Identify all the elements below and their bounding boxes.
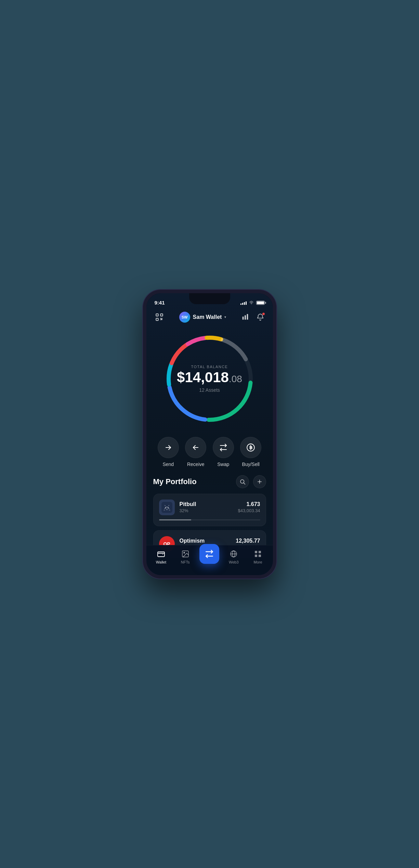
pitbull-percent: 32% [180, 508, 233, 513]
status-icons [240, 301, 265, 305]
send-label: Send [162, 462, 174, 467]
nav-web3[interactable]: Web3 [222, 549, 246, 564]
wallet-nav-icon [157, 549, 166, 558]
svg-rect-1 [160, 314, 163, 316]
pitbull-info: Pitbull 32% [180, 501, 233, 513]
chevron-down-icon: ▾ [224, 315, 226, 319]
portfolio-title: My Portfolio [153, 477, 197, 486]
optimism-name: Optimism [180, 538, 231, 544]
scan-icon [155, 313, 164, 322]
phone-notch [189, 293, 230, 304]
nfts-nav-label: NFTs [181, 560, 190, 564]
send-button[interactable] [158, 437, 179, 458]
battery-icon [256, 301, 265, 305]
portfolio-header-actions [236, 475, 266, 488]
swap-icon [219, 443, 227, 452]
scroll-content[interactable]: SW Sam Wallet ▾ [146, 308, 273, 560]
svg-rect-0 [156, 314, 158, 316]
bar-chart-icon [241, 313, 249, 321]
portfolio-search-button[interactable] [236, 475, 249, 488]
notifications-button[interactable] [255, 312, 266, 323]
balance-ring: TOTAL BALANCE $14,018.08 12 Assets [162, 331, 258, 427]
avatar: SW [179, 312, 190, 323]
buysell-icon [246, 443, 255, 452]
status-time: 9:41 [155, 300, 165, 306]
balance-whole: $14,018 [177, 369, 229, 385]
svg-rect-3 [243, 316, 244, 320]
svg-rect-27 [158, 552, 165, 557]
search-icon [239, 479, 246, 485]
app-header: SW Sam Wallet ▾ [146, 308, 273, 327]
asset-card-pitbull[interactable]: Pitbull 32% 1.673 $43,003.34 [153, 494, 266, 526]
header-actions [240, 312, 266, 323]
svg-point-17 [240, 480, 244, 483]
svg-line-18 [244, 483, 245, 484]
balance-display: TOTAL BALANCE $14,018.08 12 Assets [177, 365, 242, 393]
svg-point-24 [166, 509, 168, 510]
stats-button[interactable] [240, 312, 251, 323]
portfolio-header: My Portfolio [153, 475, 266, 488]
svg-rect-2 [156, 318, 158, 321]
receive-action[interactable]: Receive [185, 437, 206, 467]
more-nav-icon [253, 549, 262, 558]
svg-rect-25 [163, 509, 165, 510]
nav-center [197, 547, 222, 567]
pitbull-amount: 1.673 [238, 501, 260, 507]
pitbull-bar [159, 519, 192, 520]
wallet-nav-label: Wallet [156, 560, 166, 564]
wallet-selector[interactable]: SW Sam Wallet ▾ [179, 312, 226, 323]
pitbull-usd: $43,003.34 [238, 508, 260, 513]
balance-amount: $14,018.08 [177, 370, 242, 385]
bottom-nav: Wallet NFTs [146, 545, 273, 575]
pitbull-name: Pitbull [180, 501, 233, 507]
receive-label: Receive [187, 462, 205, 467]
buysell-button[interactable] [240, 437, 261, 458]
wallet-name: Sam Wallet [193, 314, 222, 320]
quick-actions: Send Receive [146, 433, 273, 475]
receive-icon [192, 443, 200, 452]
svg-rect-33 [255, 551, 257, 553]
scan-button[interactable] [153, 311, 166, 323]
svg-point-29 [184, 552, 185, 553]
web3-nav-label: Web3 [229, 560, 239, 564]
svg-point-22 [165, 507, 166, 508]
svg-rect-36 [259, 555, 261, 557]
svg-rect-26 [169, 509, 170, 510]
wifi-icon [249, 301, 254, 305]
phone-frame: 9:41 [143, 290, 276, 579]
receive-button[interactable] [185, 437, 206, 458]
phone-inner: 9:41 [146, 293, 273, 575]
asset-row-pitbull: Pitbull 32% 1.673 $43,003.34 [159, 500, 260, 515]
notification-badge [262, 312, 265, 315]
center-action-button[interactable] [199, 544, 219, 564]
more-nav-label: More [254, 560, 262, 564]
pitbull-icon [159, 500, 175, 515]
buysell-label: Buy/Sell [242, 462, 260, 467]
send-action[interactable]: Send [158, 437, 179, 467]
plus-icon [257, 479, 263, 485]
portfolio-add-button[interactable] [253, 475, 266, 488]
nfts-nav-icon [181, 549, 190, 558]
signal-icon [240, 301, 247, 305]
balance-decimal: .08 [229, 374, 242, 384]
svg-rect-21 [161, 502, 172, 513]
svg-rect-5 [247, 314, 248, 320]
send-icon [164, 443, 172, 452]
balance-label: TOTAL BALANCE [177, 365, 242, 369]
svg-rect-34 [259, 551, 261, 553]
nav-wallet[interactable]: Wallet [149, 549, 173, 564]
balance-section: TOTAL BALANCE $14,018.08 12 Assets [146, 327, 273, 433]
web3-nav-icon [229, 549, 238, 558]
swap-button[interactable] [213, 437, 234, 458]
swap-label: Swap [217, 462, 229, 467]
pitbull-bar-container [159, 519, 260, 520]
balance-assets: 12 Assets [177, 387, 242, 393]
nav-more[interactable]: More [246, 549, 270, 564]
optimism-amount: 12,305.77 [236, 538, 260, 544]
svg-point-23 [167, 507, 168, 508]
swap-action[interactable]: Swap [213, 437, 234, 467]
nav-nfts[interactable]: NFTs [173, 549, 197, 564]
svg-rect-35 [255, 555, 257, 557]
buysell-action[interactable]: Buy/Sell [240, 437, 261, 467]
svg-rect-4 [245, 315, 246, 320]
